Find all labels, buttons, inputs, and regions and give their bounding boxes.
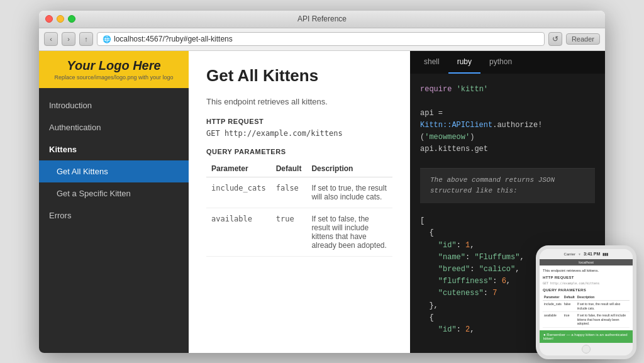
minimize-button[interactable] bbox=[57, 15, 64, 23]
sidebar-item-get-specific-kitten[interactable]: Get a Specific Kitten bbox=[39, 182, 189, 204]
tab-python[interactable]: python bbox=[480, 51, 521, 74]
col-header-parameter: Parameter bbox=[206, 160, 271, 177]
tab-shell[interactable]: shell bbox=[415, 51, 448, 74]
logo-area: Your Logo Here Replace source/images/log… bbox=[39, 51, 189, 88]
param-name-1: include_cats bbox=[206, 177, 271, 208]
param-default-1: false bbox=[271, 177, 307, 208]
nav-items: Introduction Authentication Kittens Get … bbox=[39, 88, 189, 233]
browser-content: Your Logo Here Replace source/images/log… bbox=[39, 51, 605, 353]
tab-ruby[interactable]: ruby bbox=[448, 51, 480, 74]
page-description: This endpoint retrieves all kittens. bbox=[206, 96, 392, 108]
code-line-4: Kittn::APIClient.authorize!('meowmeow') bbox=[420, 120, 595, 143]
page-heading: Get All Kittens bbox=[206, 66, 392, 86]
phone-table-row: include_cats false If set to true, the r… bbox=[543, 301, 630, 312]
close-button[interactable] bbox=[45, 15, 53, 23]
phone-content: This endpoint retrieves all kittens. HTT… bbox=[540, 265, 633, 330]
phone-status-bar: Carrier ▼ 3:41 PM ▮▮▮ bbox=[540, 249, 633, 259]
sidebar-item-authentication[interactable]: Authentication bbox=[39, 116, 189, 138]
title-bar: API Reference bbox=[39, 11, 605, 28]
phone-col-description: Description bbox=[576, 294, 630, 301]
phone-endpoint: GET http://example.com/kittens bbox=[543, 281, 630, 286]
share-button[interactable]: ↑ bbox=[79, 32, 93, 46]
sidebar-item-kittens[interactable]: Kittens bbox=[39, 138, 189, 160]
table-row: available true If set to false, the resu… bbox=[206, 208, 392, 257]
phone-col-parameter: Parameter bbox=[543, 294, 563, 301]
http-request-label: HTTP REQUEST bbox=[206, 118, 392, 125]
phone-mockup: Carrier ▼ 3:41 PM ▮▮▮ localhost This end… bbox=[536, 245, 636, 359]
sidebar-item-introduction[interactable]: Introduction bbox=[39, 94, 189, 116]
content-panel: Get All Kittens This endpoint retrieves … bbox=[189, 51, 410, 353]
query-params-label: QUERY PARAMETERS bbox=[206, 148, 392, 155]
sidebar-item-get-all-kittens[interactable]: Get All Kittens bbox=[39, 160, 189, 182]
phone-carrier: Carrier bbox=[564, 252, 575, 256]
phone-footer-text: Remember — a happy kitten is an authenti… bbox=[543, 333, 628, 340]
phone-time: 3:41 PM bbox=[584, 252, 600, 256]
param-name-2: available bbox=[206, 208, 271, 257]
phone-title-bar: localhost bbox=[540, 259, 633, 265]
param-desc-2: If set to false, the result will include… bbox=[306, 208, 392, 257]
col-header-default: Default bbox=[271, 160, 307, 177]
code-tabs: shell ruby python bbox=[410, 51, 605, 74]
phone-description: This endpoint retrieves all kittens. bbox=[543, 268, 630, 273]
maximize-button[interactable] bbox=[68, 15, 75, 23]
params-table: Parameter Default Description include_ca… bbox=[206, 160, 392, 257]
phone-col-default: Default bbox=[563, 294, 576, 301]
code-comment: The above command returns JSON structure… bbox=[420, 168, 595, 203]
param-desc-1: If set to true, the result will also inc… bbox=[306, 177, 392, 208]
url-text: localhost:4567/?ruby#get-all-kittens bbox=[114, 35, 233, 43]
back-button[interactable]: ‹ bbox=[44, 32, 58, 46]
phone-table-row: available true If set to false, the resu… bbox=[543, 312, 630, 328]
url-bar[interactable]: 🌐 localhost:4567/?ruby#get-all-kittens bbox=[97, 32, 545, 46]
code-line-2 bbox=[420, 96, 595, 108]
col-header-description: Description bbox=[306, 160, 392, 177]
phone-http-label: HTTP REQUEST bbox=[543, 275, 630, 280]
phone-site: localhost bbox=[579, 260, 594, 264]
window-title: API Reference bbox=[297, 14, 347, 23]
table-row: include_cats false If set to true, the r… bbox=[206, 177, 392, 208]
globe-icon: 🌐 bbox=[103, 35, 111, 43]
param-default-2: true bbox=[271, 208, 307, 257]
endpoint: GET http://example.com/kittens bbox=[206, 129, 392, 138]
code-line-1: require 'kittn' bbox=[420, 84, 595, 96]
phone-battery-icon: ▮▮▮ bbox=[602, 252, 608, 256]
logo-subtitle: Replace source/images/logo.png with your… bbox=[49, 74, 179, 81]
forward-button[interactable]: › bbox=[62, 32, 75, 46]
phone-params-table: Parameter Default Description include_ca… bbox=[543, 294, 630, 328]
browser-window: API Reference ‹ › ↑ 🌐 localhost:4567/?ru… bbox=[39, 11, 605, 353]
logo-title: Your Logo Here bbox=[49, 59, 179, 73]
address-bar: ‹ › ↑ 🌐 localhost:4567/?ruby#get-all-kit… bbox=[39, 28, 605, 51]
window-buttons bbox=[45, 15, 75, 23]
phone-footer: ● Remember — a happy kitten is an authen… bbox=[540, 330, 633, 343]
code-line-5: api.kittens.get bbox=[420, 143, 595, 155]
phone-home-button[interactable] bbox=[582, 345, 591, 354]
code-line-3: api = bbox=[420, 108, 595, 120]
sidebar-item-errors[interactable]: Errors bbox=[39, 204, 189, 226]
phone-home-area bbox=[540, 343, 633, 355]
refresh-button[interactable]: ↺ bbox=[548, 32, 562, 46]
reader-button[interactable]: Reader bbox=[566, 33, 600, 45]
phone-params-label: QUERY PARAMETERS bbox=[543, 288, 630, 293]
sidebar: Your Logo Here Replace source/images/log… bbox=[39, 51, 189, 353]
